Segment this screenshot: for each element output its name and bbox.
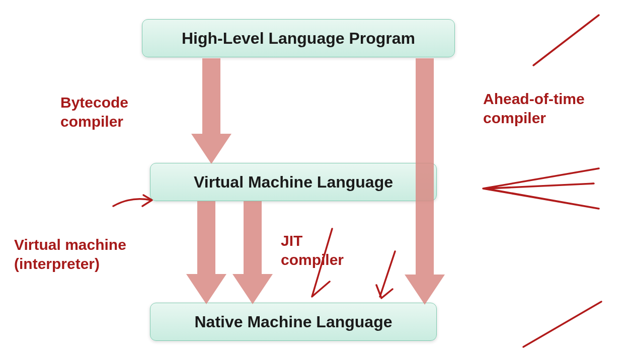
scribble-arrow-right: [473, 161, 604, 216]
svg-marker-0: [191, 58, 231, 164]
arrow-ahead-of-time-compiler: [405, 58, 445, 305]
scribble-mark-small: [372, 249, 408, 304]
node-native-machine-language: Native Machine Language: [150, 303, 437, 341]
arrow-jit-compiler: [232, 201, 273, 304]
arrow-bytecode-compiler: [191, 58, 231, 164]
node-virtual-machine-language: Virtual Machine Language: [150, 163, 437, 201]
svg-marker-2: [186, 201, 226, 304]
scribble-mark-top-right: [528, 10, 604, 70]
label-ahead-of-time-compiler: Ahead-of-time compiler: [483, 89, 585, 127]
scribble-mark-jit: [302, 226, 352, 302]
arrow-virtual-machine-interpreter: [186, 201, 226, 304]
node-high-level-language: High-Level Language Program: [142, 19, 455, 57]
scribble-arrow-left: [111, 186, 156, 216]
label-bytecode-compiler: Bytecode compiler: [60, 93, 128, 131]
svg-marker-1: [405, 58, 445, 305]
label-virtual-machine-interpreter: Virtual machine (interpreter): [14, 235, 126, 273]
scribble-mark-bottom-right: [521, 297, 606, 352]
svg-marker-3: [232, 201, 273, 304]
